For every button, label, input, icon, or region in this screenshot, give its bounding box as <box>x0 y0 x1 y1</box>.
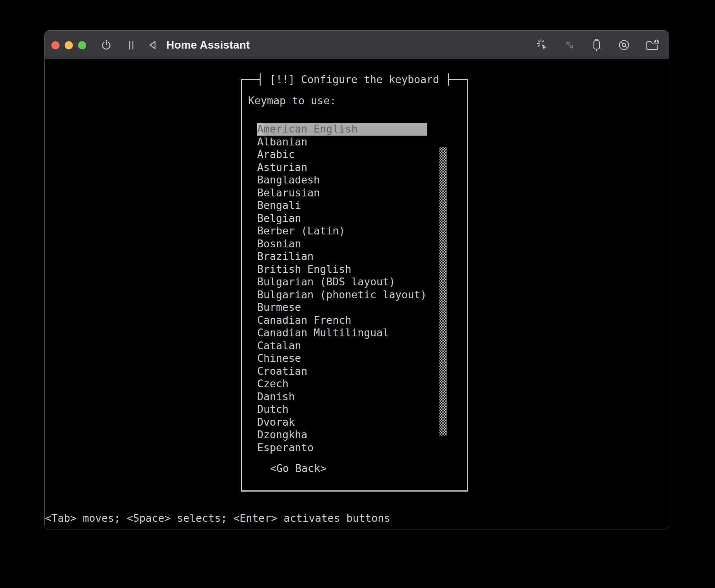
titlebar[interactable]: Home Assistant <box>45 31 669 59</box>
keymap-option[interactable]: Esperanto <box>257 441 427 454</box>
dialog-title: ┤ [!!] Configure the keyboard ├ <box>257 73 452 86</box>
keymap-option[interactable]: Dzongkha <box>257 428 427 441</box>
keymap-list: American EnglishAlbanianArabicAsturianBa… <box>257 123 427 454</box>
terminal-screen[interactable]: ┤ [!!] Configure the keyboard ├ Keymap t… <box>45 59 669 530</box>
back-triangle-icon[interactable] <box>147 39 158 51</box>
power-icon[interactable] <box>100 39 112 51</box>
keymap-option[interactable]: American English <box>257 123 427 136</box>
keymap-option[interactable]: Canadian French <box>257 314 427 327</box>
keymap-option[interactable]: Croatian <box>257 365 427 378</box>
keymap-option[interactable]: Burmese <box>257 301 427 314</box>
shared-folder-icon[interactable] <box>645 39 659 51</box>
keymap-option[interactable]: Catalan <box>257 339 427 352</box>
keyboard-config-dialog: ┤ [!!] Configure the keyboard ├ Keymap t… <box>241 79 468 492</box>
traffic-lights <box>51 41 86 49</box>
keymap-option[interactable]: Bosnian <box>257 238 427 250</box>
keymap-option[interactable]: Chinese <box>257 352 427 365</box>
keymap-option[interactable]: Danish <box>257 390 427 403</box>
close-button[interactable] <box>51 41 60 49</box>
keymap-option[interactable]: Dvorak <box>257 416 427 429</box>
usb-drive-icon[interactable] <box>590 38 603 52</box>
keymap-option[interactable]: Belgian <box>257 212 427 225</box>
keymap-option[interactable]: Albanian <box>257 136 427 149</box>
cursor-capture-icon[interactable] <box>536 39 549 51</box>
keymap-option[interactable]: Bangladesh <box>257 174 427 187</box>
go-back-button[interactable]: <Go Back> <box>270 462 327 475</box>
zoom-button[interactable] <box>78 41 86 49</box>
keymap-option[interactable]: Dutch <box>257 403 427 416</box>
keymap-option[interactable]: Brazilian <box>257 250 427 263</box>
keymap-option[interactable]: Bengali <box>257 199 427 212</box>
keymap-option[interactable]: Berber (Latin) <box>257 225 427 238</box>
keymap-option[interactable]: Arabic <box>257 148 427 161</box>
keymap-option[interactable]: Belarusian <box>257 187 427 200</box>
keymap-option[interactable]: Canadian Multilingual <box>257 327 427 339</box>
keymap-option[interactable]: Bulgarian (phonetic layout) <box>257 289 427 301</box>
keymap-option[interactable]: Czech <box>257 377 427 390</box>
keymap-option[interactable]: British English <box>257 263 427 276</box>
status-line: <Tab> moves; <Space> selects; <Enter> ac… <box>45 512 390 524</box>
window-title: Home Assistant <box>166 39 250 51</box>
keymap-prompt: Keymap to use: <box>248 94 336 107</box>
disc-icon[interactable] <box>618 39 630 51</box>
vm-window: Home Assistant <box>44 30 669 530</box>
scrollbar[interactable] <box>439 147 447 436</box>
keymap-option[interactable]: Asturian <box>257 161 427 174</box>
minimize-button[interactable] <box>65 41 73 49</box>
pause-icon[interactable] <box>128 39 135 51</box>
resize-icon[interactable] <box>564 39 575 51</box>
keymap-option[interactable]: Bulgarian (BDS layout) <box>257 276 427 289</box>
